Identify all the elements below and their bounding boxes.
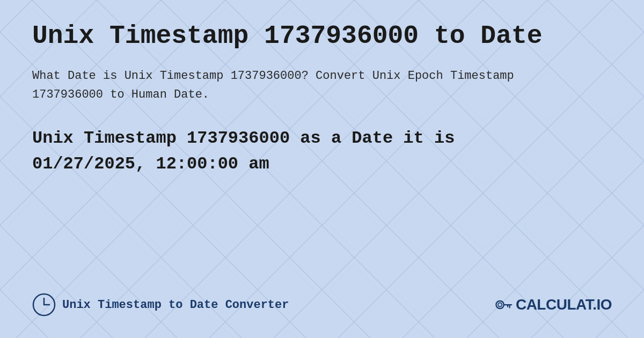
page-description: What Date is Unix Timestamp 1737936000? …: [32, 67, 515, 104]
footer: Unix Timestamp to Date Converter CALCULA…: [32, 282, 612, 317]
result-section: Unix Timestamp 1737936000 as a Date it i…: [32, 126, 612, 177]
svg-point-7: [496, 301, 503, 308]
logo-text: CALCULAT.IO: [516, 296, 612, 313]
footer-label: Unix Timestamp to Date Converter: [62, 298, 289, 312]
result-line1: Unix Timestamp 1737936000 as a Date it i…: [32, 128, 455, 148]
logo: CALCULAT.IO: [493, 295, 612, 314]
logo-icon: [493, 295, 513, 314]
footer-left: Unix Timestamp to Date Converter: [32, 293, 289, 317]
result-line2: 01/27/2025, 12:00:00 am: [32, 154, 269, 174]
page-title: Unix Timestamp 1737936000 to Date: [32, 21, 612, 50]
clock-icon: [32, 293, 56, 317]
svg-point-8: [498, 303, 502, 306]
result-text: Unix Timestamp 1737936000 as a Date it i…: [32, 126, 612, 177]
